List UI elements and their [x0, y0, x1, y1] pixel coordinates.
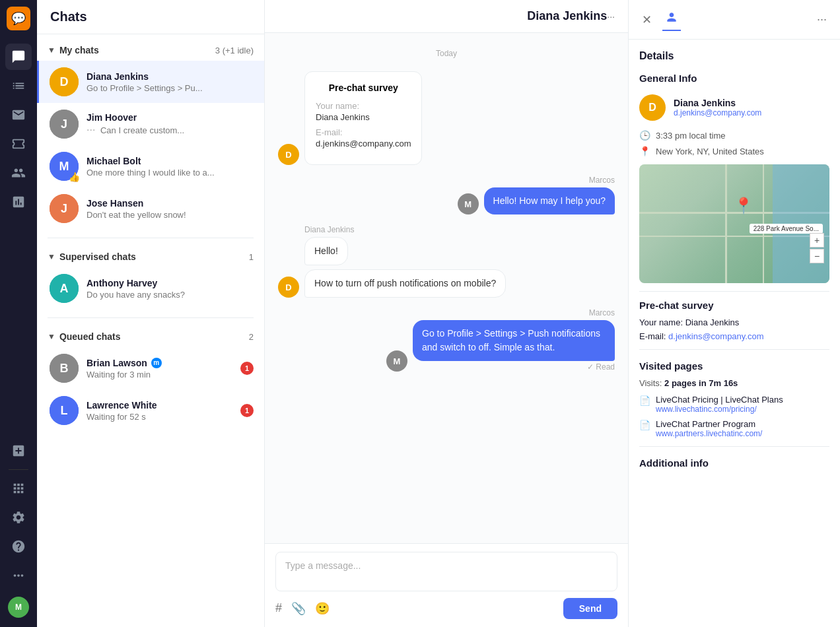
nav-add-widget[interactable]	[5, 438, 32, 464]
message-input[interactable]: Type a message...	[275, 552, 617, 591]
user-info-text: Diana Jenkins d.jenkins@company.com	[674, 98, 761, 117]
attachment-icon[interactable]: 📎	[291, 601, 306, 616]
chat-item-lawrence[interactable]: L Lawrence White Waiting for 52 s 1	[37, 389, 264, 432]
avatar-jose: J	[50, 194, 79, 223]
my-chats-header[interactable]: ▼ My chats 3 (+1 idle)	[37, 40, 264, 61]
chat-item-michael[interactable]: M 👍 Michael Bolt One more thing I would …	[37, 145, 264, 187]
msg-row-hello: Marcos Hello! How may I help you? M	[278, 176, 615, 214]
info-name: Diana Jenkins	[674, 98, 761, 108]
queued-chats-header[interactable]: ▼ Queued chats 2	[37, 326, 264, 347]
chat-item-diana[interactable]: D Diana Jenkins Go to Profile > Settings…	[37, 61, 264, 103]
nav-apps[interactable]	[5, 475, 32, 502]
chat-name-anthony: Anthony Harvey	[87, 278, 254, 288]
emoji-icon[interactable]: 🙂	[315, 601, 330, 616]
svg-text:M: M	[59, 160, 69, 173]
chat-preview-jose: Don't eat the yellow snow!	[87, 210, 254, 220]
my-chats-count: 3 (+1 idle)	[215, 46, 254, 55]
msg-content-hello: Marcos Hello! How may I help you?	[484, 176, 615, 214]
nav-reports[interactable]	[5, 189, 32, 215]
additional-info-title: Additional info	[639, 457, 829, 469]
nav-help[interactable]	[5, 533, 32, 560]
divider-1	[48, 238, 254, 238]
send-button[interactable]: Send	[563, 598, 617, 619]
page-icon-2: 📄	[639, 420, 650, 430]
page-url-1[interactable]: www.livechatinc.com/pricing/	[656, 405, 783, 414]
supervised-chats-chevron: ▼	[48, 252, 55, 261]
chat-preview-michael: One more thing I would like to a...	[87, 168, 254, 178]
supervised-chats-section: ▼ Supervised chats 1 A Anthony Harvey Do…	[37, 241, 264, 315]
info-time-row: 🕒 3:33 pm local time	[639, 130, 829, 141]
avatar-jim: J	[50, 110, 79, 139]
panel-divider-2	[639, 349, 829, 350]
pcs-name-field: Your name: Diana Jenkins	[639, 317, 829, 327]
visited-pages-section: Visited pages Visits: 2 pages in 7m 16s …	[639, 360, 829, 438]
avatar-marcos-1: M	[458, 193, 479, 214]
nav-settings[interactable]	[5, 504, 32, 531]
nav-tickets[interactable]	[5, 131, 32, 157]
pre-chat-card: Pre-chat survey Your name: Diana Jenkins…	[304, 71, 422, 165]
chat-info-lawrence: Lawrence White Waiting for 52 s	[87, 400, 240, 422]
chat-item-jim[interactable]: J Jim Hoover ··· Can I create custom...	[37, 103, 264, 145]
map-placeholder[interactable]: 📍 228 Park Avenue So... + −	[639, 164, 829, 283]
pcs-email-field: E-mail: d.jenkins@company.com	[639, 331, 829, 341]
nav-traffic[interactable]	[5, 73, 32, 99]
msg-row-diana: D Diana Jenkins Hello! How to turn off p…	[278, 225, 615, 298]
pre-chat-email-value: d.jenkins@company.com	[316, 139, 411, 148]
pre-chat-name-value: Diana Jenkins	[316, 112, 411, 122]
map-zoom-controls: + −	[810, 233, 824, 263]
chat-main: Diana Jenkins ··· Today D Pre-chat surve…	[265, 0, 629, 627]
bubble-hello: Hello! How may I help you?	[484, 187, 615, 214]
input-actions: # 📎 🙂	[275, 601, 330, 616]
map-inner: 📍 228 Park Avenue So... + −	[639, 164, 829, 283]
icon-rail: 💬 M	[0, 0, 37, 627]
supervised-chats-title: Supervised chats	[59, 251, 249, 262]
chat-name-diana: Diana Jenkins	[87, 71, 254, 82]
user-status-avatar[interactable]: M	[8, 597, 29, 618]
right-header-left-icons: ✕	[639, 8, 681, 31]
page-url-2[interactable]: www.partners.livechatinc.com/	[656, 429, 762, 438]
avatar-diana-msg: D	[278, 144, 299, 165]
chat-item-anthony[interactable]: A Anthony Harvey Do you have any snacks?	[37, 267, 264, 310]
general-info-title: General Info	[639, 73, 829, 84]
supervised-chats-header[interactable]: ▼ Supervised chats 1	[37, 246, 264, 267]
chat-preview-brian: Waiting for 3 min	[87, 370, 240, 380]
chat-item-brian[interactable]: B Brian Lawson m Waiting for 3 min 1	[37, 347, 264, 389]
chat-header: Diana Jenkins ···	[265, 0, 628, 33]
typing-dots: ···	[87, 124, 95, 135]
my-chats-chevron: ▼	[48, 46, 55, 55]
nav-chats[interactable]	[5, 44, 32, 70]
nav-more[interactable]	[5, 562, 32, 589]
page-title-2: LiveChat Partner Program	[656, 419, 762, 429]
msg-content-diana: Diana Jenkins Hello! How to turn off pus…	[304, 225, 506, 298]
chat-item-jose[interactable]: J Jose Hansen Don't eat the yellow snow!	[37, 187, 264, 230]
panel-divider-3	[639, 446, 829, 447]
info-email[interactable]: d.jenkins@company.com	[674, 108, 761, 117]
info-location-row: 📍 New York, NY, United States	[639, 146, 829, 156]
hash-icon[interactable]: #	[275, 601, 282, 616]
pre-chat-name-label: Your name:	[316, 101, 411, 111]
queued-chats-section: ▼ Queued chats 2 B Brian Lawson m Waitin…	[37, 321, 264, 437]
queued-chats-title: Queued chats	[59, 331, 249, 342]
avatar-diana: D	[50, 67, 79, 96]
sidebar-title: Chats	[37, 0, 264, 34]
visited-page-1: 📄 LiveChat Pricing | LiveChat Plans www.…	[639, 395, 829, 414]
profile-tab-icon[interactable]	[662, 8, 681, 31]
nav-inbox[interactable]	[5, 102, 32, 128]
map-zoom-out[interactable]: −	[810, 249, 824, 263]
msg-sender-marcos-2: Marcos	[413, 308, 615, 317]
map-label: 228 Park Avenue So...	[750, 224, 823, 234]
more-options-icon[interactable]: ···	[607, 11, 615, 22]
map-zoom-in[interactable]: +	[810, 233, 824, 248]
chat-info-brian: Brian Lawson m Waiting for 3 min	[87, 358, 240, 380]
info-avatar: D	[639, 94, 666, 121]
pre-chat-email-label: E-mail:	[316, 127, 411, 137]
input-toolbar: # 📎 🙂 Send	[275, 598, 617, 619]
nav-team[interactable]	[5, 160, 32, 186]
chat-messages: Today D Pre-chat survey Your name: Diana…	[265, 33, 628, 543]
divider-2	[48, 317, 254, 318]
close-panel-icon[interactable]: ✕	[639, 10, 654, 30]
user-info-row: D Diana Jenkins d.jenkins@company.com	[639, 94, 829, 121]
map-pin: 📍	[734, 197, 753, 215]
panel-more-icon[interactable]: ···	[814, 10, 829, 29]
page-info-1: LiveChat Pricing | LiveChat Plans www.li…	[656, 395, 783, 414]
